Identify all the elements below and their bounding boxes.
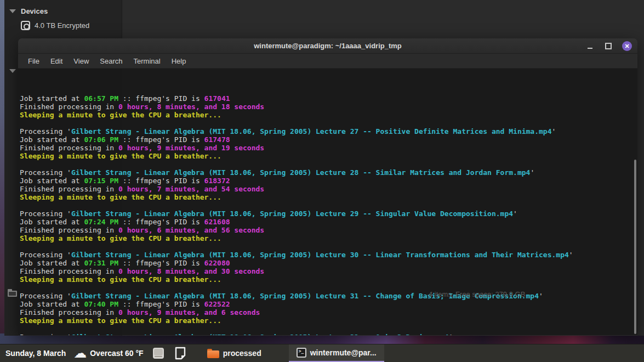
terminal-text-fg: Finished processing in (20, 308, 118, 316)
terminal-line: Finished processing in 0 hours, 8 minute… (20, 267, 637, 275)
note-tray-icon[interactable] (173, 347, 187, 360)
window-button-label: processed (223, 349, 261, 358)
drive-tray-icon[interactable] (151, 347, 166, 360)
terminal-line: Finished processing in 0 hours, 6 minute… (20, 226, 637, 234)
terminal-text-fg: Job started at (20, 135, 84, 144)
menu-help[interactable]: Help (166, 55, 192, 67)
terminal-text-fg: Finished processing in (20, 103, 118, 111)
desktop: Devices 4.0 TB Encrypted 4 items, Free s… (0, 0, 644, 362)
terminal-text-fg: Processing ' (20, 127, 71, 135)
terminal-line: Processing 'Gilbert Strang - Linear Alge… (20, 251, 637, 259)
terminal-text-fg: Job started at (20, 94, 84, 103)
maximize-button[interactable] (603, 41, 613, 51)
terminal-text-magenta: 0 hours, 9 minutes, and 6 seconds (118, 308, 260, 316)
terminal-line (20, 325, 637, 333)
terminal-text-yellow: Sleeping a minute to give the CPU a brea… (20, 193, 221, 201)
terminal-line (20, 201, 637, 210)
terminal-scrollbar[interactable] (634, 160, 636, 334)
terminal-output[interactable]: Job started at 06:57 PM :: ffmpeg's PID … (18, 69, 637, 335)
terminal-text-green: 07:15 PM (84, 177, 118, 185)
terminal-text-fg: Job started at (20, 300, 84, 308)
terminal-text-fg: :: ffmpeg's PID is (118, 135, 204, 144)
terminal-line: Job started at 07:06 PM :: ffmpeg's PID … (20, 135, 637, 144)
taskbar-window-processed[interactable]: processed (200, 344, 269, 362)
menu-view[interactable]: View (68, 55, 94, 67)
terminal-text-fg: ' (552, 127, 556, 135)
file-manager-statusbar: 4 items, Free space: 279.9 GB (429, 290, 525, 298)
sidebar-section-devices[interactable]: Devices (21, 7, 48, 15)
terminal-line: Processing 'Gilbert Strang - Linear Alge… (20, 127, 637, 135)
sidebar-section-collapse-arrow-icon[interactable] (9, 69, 16, 73)
terminal-text-fg: Finished processing in (20, 226, 118, 234)
terminal-text-magenta: 617478 (204, 135, 230, 144)
window-title: wintermute@paradigm: ~/1aaaa_vidrip_tmp (254, 42, 402, 50)
terminal-text-fg: Processing ' (20, 292, 71, 300)
terminal-text-magenta: 0 hours, 9 minutes, and 19 seconds (118, 144, 264, 152)
terminal-line: Job started at 07:40 PM :: ffmpeg's PID … (20, 300, 637, 308)
terminal-text-cyan: Gilbert Strang - Linear Algebra (MIT 18.… (71, 333, 449, 335)
terminal-text-fg: Processing ' (20, 168, 71, 177)
sidebar-item-encrypted-drive[interactable]: 4.0 TB Encrypted (21, 21, 89, 30)
minimize-button[interactable] (585, 41, 595, 51)
terminal-text-fg: :: ffmpeg's PID is (118, 300, 204, 308)
menu-terminal[interactable]: Terminal (128, 55, 166, 67)
devices-collapse-arrow-icon[interactable] (9, 9, 16, 13)
terminal-text-fg: ' (513, 210, 517, 218)
terminal-line (20, 160, 637, 168)
terminal-text-fg: ' (530, 168, 534, 177)
terminal-text-fg: ' (539, 292, 543, 300)
terminal-text-fg: Processing ' (20, 210, 71, 218)
terminal-text-cyan: Gilbert Strang - Linear Algebra (MIT 18.… (71, 210, 513, 218)
taskbar: Sunday, 8 March ☁ Overcast 60 °F process… (0, 344, 644, 362)
sidebar-item-label: 4.0 TB Encrypted (35, 21, 89, 30)
terminal-line (20, 119, 637, 127)
terminal-text-yellow: Sleeping a minute to give the CPU a brea… (20, 316, 221, 325)
terminal-text-cyan: Gilbert Strang - Linear Algebra (MIT 18.… (71, 127, 552, 135)
terminal-text-fg: Processing ' (20, 251, 71, 259)
taskbar-window-terminal[interactable]: >_ wintermute@par... (289, 344, 384, 362)
taskbar-date[interactable]: Sunday, 8 March (5, 349, 66, 358)
terminal-menubar: File Edit View Search Terminal Help (18, 54, 637, 69)
terminal-text-fg: :: ffmpeg's PID is (118, 177, 204, 185)
taskbar-weather[interactable]: Overcast 60 °F (90, 349, 143, 358)
terminal-text-yellow: Sleeping a minute to give the CPU a brea… (20, 152, 221, 160)
terminal-text-magenta: 0 hours, 6 minutes, and 56 seconds (118, 226, 264, 234)
terminal-line: Job started at 07:24 PM :: ffmpeg's PID … (20, 218, 637, 226)
terminal-text-fg: :: ffmpeg's PID is (118, 259, 204, 267)
close-button[interactable]: ✕ (622, 41, 632, 51)
terminal-text-yellow: Sleeping a minute to give the CPU a brea… (20, 275, 221, 284)
menu-file[interactable]: File (22, 55, 45, 67)
terminal-line: Sleeping a minute to give the CPU a brea… (20, 316, 637, 325)
terminal-text-magenta: 621608 (204, 218, 230, 226)
terminal-line: Sleeping a minute to give the CPU a brea… (20, 275, 637, 284)
terminal-text-green: 06:57 PM (84, 94, 118, 103)
terminal-text-fg: Job started at (20, 218, 84, 226)
menu-edit[interactable]: Edit (45, 55, 68, 67)
terminal-line: Finished processing in 0 hours, 9 minute… (20, 308, 637, 316)
terminal-line: Finished processing in 0 hours, 8 minute… (20, 103, 637, 111)
terminal-line: Processing 'Gilbert Strang - Linear Alge… (20, 168, 637, 177)
terminal-text-magenta: 617041 (204, 94, 230, 103)
terminal-text-yellow: Sleeping a minute to give the CPU a brea… (20, 234, 221, 242)
menu-search[interactable]: Search (94, 55, 128, 67)
terminal-line (20, 242, 637, 251)
terminal-text-magenta: 0 hours, 8 minutes, and 18 seconds (118, 103, 264, 111)
terminal-text-magenta: 618372 (204, 177, 230, 185)
removable-drive-icon (21, 21, 30, 30)
terminal-titlebar[interactable]: wintermute@paradigm: ~/1aaaa_vidrip_tmp … (18, 38, 637, 54)
terminal-line: Finished processing in 0 hours, 9 minute… (20, 144, 637, 152)
terminal-text-fg: Processing ' (20, 333, 71, 335)
terminal-icon: >_ (297, 348, 306, 358)
cloud-icon: ☁ (73, 347, 87, 360)
terminal-text-yellow: Sleeping a minute to give the CPU a brea… (20, 111, 221, 119)
terminal-line: Job started at 06:57 PM :: ffmpeg's PID … (20, 94, 637, 103)
terminal-text-fg: Job started at (20, 177, 84, 185)
terminal-text-green: 07:06 PM (84, 135, 118, 144)
terminal-line: Processing 'Gilbert Strang - Linear Alge… (20, 292, 637, 300)
terminal-text-magenta: 622080 (204, 259, 230, 267)
terminal-text-fg: ' (449, 333, 453, 335)
terminal-line: Job started at 07:15 PM :: ffmpeg's PID … (20, 177, 637, 185)
terminal-text-fg: ' (569, 251, 573, 259)
terminal-text-cyan: Gilbert Strang - Linear Algebra (MIT 18.… (71, 168, 530, 177)
terminal-line: Sleeping a minute to give the CPU a brea… (20, 111, 637, 119)
